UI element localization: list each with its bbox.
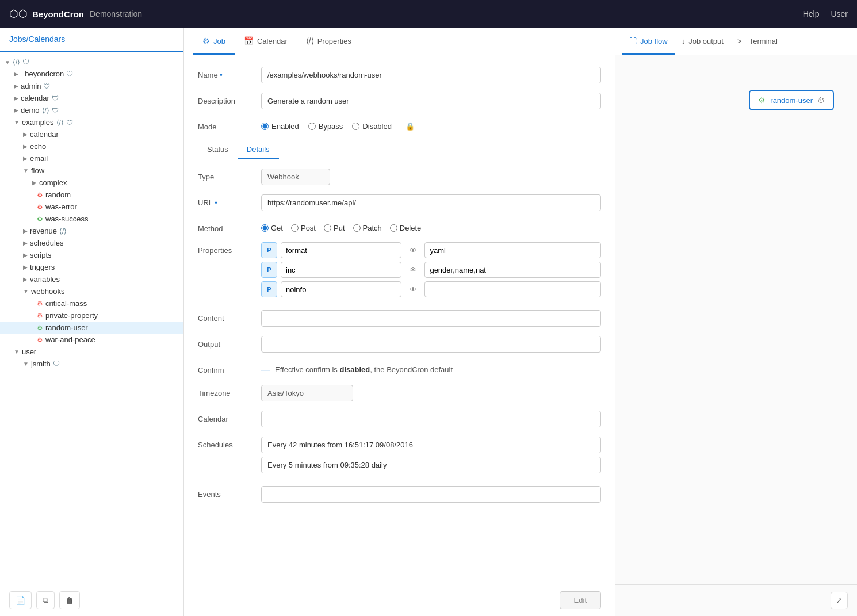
- flow-node-random-user[interactable]: ⚙ random-user ⏱: [749, 90, 834, 110]
- tree-item-echo[interactable]: ▶ echo: [0, 140, 183, 152]
- tree-item-critical-mass[interactable]: ⚙ critical-mass: [0, 297, 183, 309]
- method-post[interactable]: Post: [291, 224, 316, 232]
- tree-item-triggers[interactable]: ▶ triggers: [0, 261, 183, 273]
- tree-item-private-property[interactable]: ⚙ private-property: [0, 309, 183, 322]
- prop-eye-1[interactable]: 👁: [405, 262, 421, 278]
- arrow-echo[interactable]: ▶: [23, 143, 28, 150]
- delete-button[interactable]: 🗑: [59, 591, 80, 609]
- arrow-flow[interactable]: ▼: [23, 167, 29, 174]
- prop-p-btn-2[interactable]: P: [261, 281, 277, 297]
- arrow-variables[interactable]: ▶: [23, 276, 28, 282]
- tree-item-schedules[interactable]: ▶ schedules: [0, 237, 183, 249]
- mode-bypass-radio[interactable]: [308, 123, 316, 130]
- arrow-user[interactable]: ▼: [14, 349, 20, 355]
- schedule-1[interactable]: Every 5 minutes from 09:35:28 daily: [261, 457, 601, 473]
- arrow-schedules[interactable]: ▶: [23, 240, 28, 246]
- arrow-ex-calendar[interactable]: ▶: [23, 131, 28, 137]
- tree-item-random-user[interactable]: ⚙ random-user: [0, 322, 183, 334]
- method-get[interactable]: Get: [261, 224, 283, 232]
- name-input[interactable]: [261, 67, 601, 83]
- confirm-dash-icon[interactable]: —: [261, 365, 270, 375]
- prop-p-btn-1[interactable]: P: [261, 262, 277, 278]
- sub-tab-status[interactable]: Status: [198, 140, 238, 159]
- type-input[interactable]: [261, 169, 330, 185]
- method-put[interactable]: Put: [324, 224, 345, 232]
- tab-job[interactable]: ⚙ Job: [193, 28, 235, 55]
- prop-key-2[interactable]: [281, 281, 401, 297]
- prop-key-0[interactable]: [281, 242, 401, 258]
- tree-item-webhooks[interactable]: ▼ webhooks: [0, 285, 183, 297]
- tab-terminal[interactable]: >_ Terminal: [730, 29, 785, 55]
- method-delete-radio[interactable]: [390, 224, 397, 232]
- arrow-calendar[interactable]: ▶: [14, 95, 18, 101]
- prop-val-0[interactable]: [424, 242, 601, 258]
- prop-val-2[interactable]: [424, 281, 601, 297]
- duplicate-button[interactable]: ⧉: [36, 591, 55, 609]
- tree-item-root[interactable]: ▼ ⟨/⟩ 🛡: [0, 56, 183, 68]
- tab-job-output[interactable]: ↓ Job output: [675, 29, 730, 55]
- arrow-demo[interactable]: ▶: [14, 107, 18, 113]
- output-input[interactable]: [261, 336, 601, 353]
- tree-item-demo[interactable]: ▶ demo ⟨/⟩ 🛡: [0, 104, 183, 116]
- method-patch[interactable]: Patch: [353, 224, 382, 232]
- arrow-complex[interactable]: ▶: [32, 179, 37, 186]
- tree-item-ex-calendar[interactable]: ▶ calendar: [0, 128, 183, 140]
- tree-item-was-error[interactable]: ⚙ was-error: [0, 201, 183, 213]
- arrow-root[interactable]: ▼: [5, 59, 10, 66]
- tree-item-user[interactable]: ▼ user: [0, 346, 183, 358]
- content-input[interactable]: [261, 310, 601, 327]
- tab-properties[interactable]: ⟨/⟩ Properties: [297, 28, 361, 55]
- breadcrumb[interactable]: Jobs/Calendars: [9, 35, 65, 44]
- tree-item-war-and-peace[interactable]: ⚙ war-and-peace: [0, 334, 183, 346]
- method-delete[interactable]: Delete: [390, 224, 422, 232]
- help-link[interactable]: Help: [803, 9, 820, 18]
- edit-button[interactable]: Edit: [560, 591, 601, 609]
- timezone-input[interactable]: [261, 385, 353, 401]
- arrow-webhooks[interactable]: ▼: [23, 288, 29, 294]
- prop-p-btn-0[interactable]: P: [261, 242, 277, 258]
- tree-item-random[interactable]: ⚙ random: [0, 189, 183, 201]
- prop-eye-2[interactable]: 👁: [405, 281, 421, 297]
- prop-eye-0[interactable]: 👁: [405, 242, 421, 258]
- tab-job-flow[interactable]: ⛶ Job flow: [622, 29, 675, 55]
- mode-disabled[interactable]: Disabled: [352, 122, 392, 131]
- tree-item-beyondcron[interactable]: ▶ _beyondcron 🛡: [0, 68, 183, 80]
- url-input[interactable]: [261, 194, 601, 211]
- arrow-examples[interactable]: ▼: [14, 119, 20, 125]
- tree-item-scripts[interactable]: ▶ scripts: [0, 249, 183, 261]
- copy-button[interactable]: 📄: [9, 591, 32, 609]
- tree-item-revenue[interactable]: ▶ revenue ⟨/⟩: [0, 225, 183, 237]
- arrow-revenue[interactable]: ▶: [23, 228, 28, 234]
- arrow-beyondcron[interactable]: ▶: [14, 71, 18, 77]
- tree-item-flow[interactable]: ▼ flow: [0, 164, 183, 177]
- tree-item-was-success[interactable]: ⚙ was-success: [0, 213, 183, 225]
- tree-item-calendar[interactable]: ▶ calendar 🛡: [0, 92, 183, 104]
- arrow-jsmith[interactable]: ▼: [23, 361, 29, 367]
- mode-disabled-radio[interactable]: [352, 123, 359, 130]
- mode-bypass[interactable]: Bypass: [308, 122, 343, 131]
- prop-key-1[interactable]: [281, 262, 401, 278]
- arrow-email[interactable]: ▶: [23, 155, 28, 162]
- method-post-radio[interactable]: [291, 224, 299, 232]
- arrow-admin[interactable]: ▶: [14, 83, 18, 89]
- arrow-scripts[interactable]: ▶: [23, 252, 28, 258]
- prop-val-1[interactable]: [424, 262, 601, 278]
- mode-enabled[interactable]: Enabled: [261, 122, 299, 131]
- tree-item-admin[interactable]: ▶ admin 🛡: [0, 80, 183, 92]
- method-patch-radio[interactable]: [353, 224, 361, 232]
- calendar-input[interactable]: [261, 411, 601, 427]
- tree-item-examples[interactable]: ▼ examples ⟨/⟩ 🛡: [0, 116, 183, 128]
- events-input[interactable]: [261, 486, 601, 503]
- user-link[interactable]: User: [831, 9, 848, 18]
- mode-enabled-radio[interactable]: [261, 123, 269, 130]
- tree-item-email[interactable]: ▶ email: [0, 152, 183, 164]
- tree-item-complex[interactable]: ▶ complex: [0, 177, 183, 189]
- tree-item-jsmith[interactable]: ▼ jsmith 🛡: [0, 358, 183, 370]
- schedule-0[interactable]: Every 42 minutes from 16:51:17 09/08/201…: [261, 437, 601, 453]
- tab-calendar[interactable]: 📅 Calendar: [235, 28, 297, 55]
- method-put-radio[interactable]: [324, 224, 331, 232]
- method-get-radio[interactable]: [261, 224, 269, 232]
- sub-tab-details[interactable]: Details: [238, 140, 279, 159]
- expand-button[interactable]: ⤢: [831, 592, 848, 609]
- arrow-triggers[interactable]: ▶: [23, 264, 28, 270]
